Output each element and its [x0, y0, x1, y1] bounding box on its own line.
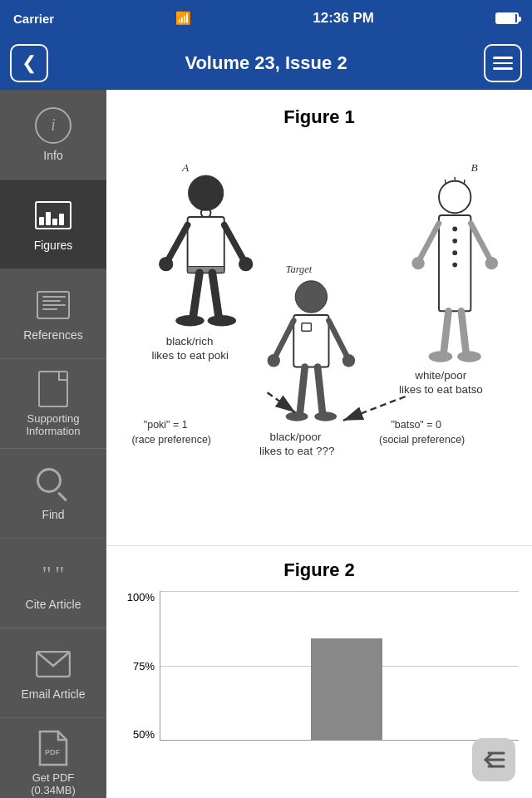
svg-text:white/poor: white/poor: [414, 369, 467, 382]
pdf-icon-wrap: PDF: [35, 730, 71, 766]
sidebar-item-find[interactable]: Find: [0, 449, 106, 539]
sidebar-label-email: Email Article: [21, 687, 85, 701]
svg-text:likes to eat ???: likes to eat ???: [259, 445, 334, 457]
sidebar-label-supporting: Supporting Information: [26, 412, 80, 437]
svg-text:PDF: PDF: [45, 748, 61, 756]
back-overlay-button[interactable]: [472, 738, 515, 781]
figures-icon: [35, 201, 71, 229]
y-label-75: 75%: [133, 660, 155, 672]
svg-line-11: [193, 273, 200, 317]
svg-line-25: [300, 367, 305, 412]
svg-text:(race preference): (race preference): [131, 434, 211, 446]
svg-point-14: [208, 315, 237, 326]
cite-icon: " ": [42, 563, 65, 586]
menu-button[interactable]: [484, 44, 522, 82]
hamburger-line-1: [493, 57, 513, 59]
svg-text:"batso" = 0: "batso" = 0: [391, 419, 441, 431]
svg-line-8: [224, 225, 244, 261]
svg-line-7: [168, 225, 188, 261]
svg-text:(social preference): (social preference): [379, 434, 465, 446]
y-label-100: 100%: [127, 591, 155, 603]
status-bar: Carrier 📶 12:36 PM: [0, 0, 532, 37]
svg-rect-5: [188, 217, 224, 273]
svg-point-48: [457, 351, 481, 362]
svg-text:A: A: [181, 161, 190, 174]
supporting-icon-wrap: [35, 371, 71, 407]
carrier-label: Carrier: [13, 12, 54, 26]
figure2-section: Figure 2 100% 75% 50%: [106, 546, 532, 771]
svg-point-18: [295, 281, 327, 313]
sidebar-item-email[interactable]: Email Article: [0, 628, 106, 718]
svg-text:likes to eat poki: likes to eat poki: [151, 349, 229, 362]
svg-text:black/poor: black/poor: [269, 431, 322, 443]
wifi-icon: 📶: [175, 11, 191, 26]
sidebar-item-references[interactable]: References: [0, 269, 106, 359]
svg-line-42: [470, 224, 490, 259]
sidebar-item-figures[interactable]: Figures: [0, 180, 106, 269]
svg-line-51: [268, 392, 296, 412]
svg-line-45: [444, 311, 449, 352]
pdf-icon: PDF: [38, 730, 68, 766]
chart-bars-container: [160, 591, 519, 741]
chart-bar-1: [311, 638, 382, 740]
find-icon-wrap: [35, 466, 71, 503]
svg-line-12: [212, 273, 219, 317]
grid-line-100: [160, 591, 519, 592]
svg-line-26: [318, 367, 323, 412]
info-icon: i: [35, 107, 71, 144]
content-area[interactable]: Figure 1 A: [106, 90, 532, 798]
svg-text:Target: Target: [286, 264, 313, 275]
supporting-icon: [38, 371, 68, 407]
sidebar: i Info Figures: [0, 90, 106, 798]
svg-point-37: [452, 227, 457, 232]
sidebar-item-cite[interactable]: " " Cite Article: [0, 539, 106, 628]
svg-text:B: B: [470, 161, 477, 174]
sidebar-label-find: Find: [42, 508, 64, 521]
battery-icon: [495, 12, 519, 24]
find-icon: [37, 468, 70, 501]
svg-point-23: [268, 354, 280, 367]
svg-line-46: [461, 311, 466, 352]
svg-point-28: [314, 411, 337, 421]
back-overlay-icon: [480, 750, 507, 770]
svg-point-38: [452, 239, 457, 244]
sidebar-label-info: Info: [43, 149, 62, 162]
references-icon-wrap: [35, 287, 71, 323]
svg-line-41: [420, 224, 439, 259]
time-label: 12:36 PM: [313, 10, 374, 27]
email-icon: [36, 651, 71, 677]
svg-point-47: [429, 351, 453, 362]
svg-point-32: [439, 181, 470, 213]
chart-y-axis: 100% 75% 50%: [120, 591, 160, 741]
figure1-svg: A: [120, 141, 519, 532]
svg-point-27: [286, 411, 308, 421]
sidebar-item-pdf[interactable]: PDF Get PDF (0.34MB): [0, 718, 106, 798]
sidebar-item-info[interactable]: i Info: [0, 90, 106, 180]
svg-point-39: [452, 250, 457, 255]
figure1-illustration: A: [120, 141, 519, 532]
sidebar-label-cite: Cite Article: [26, 598, 81, 611]
hamburger-line-3: [493, 67, 513, 70]
back-button[interactable]: ❮: [10, 44, 48, 82]
svg-point-24: [342, 354, 355, 367]
cite-icon-wrap: " ": [35, 556, 71, 593]
email-icon-wrap: [35, 646, 71, 682]
svg-point-10: [239, 257, 253, 271]
svg-point-9: [159, 257, 173, 271]
y-label-50: 50%: [133, 728, 155, 741]
figure1-section: Figure 1 A: [106, 90, 532, 546]
svg-point-44: [485, 257, 498, 269]
figures-icon-wrap: [35, 197, 71, 234]
hamburger-line-2: [493, 62, 513, 65]
svg-rect-6: [188, 267, 224, 273]
svg-line-21: [275, 321, 293, 357]
svg-point-13: [175, 315, 204, 326]
figure2-title: Figure 2: [120, 559, 519, 581]
sidebar-item-supporting[interactable]: Supporting Information: [0, 359, 106, 449]
sidebar-label-references: References: [23, 328, 83, 342]
nav-bar: ❮ Volume 23, Issue 2: [0, 37, 532, 90]
svg-text:"poki" = 1: "poki" = 1: [144, 419, 188, 431]
sidebar-label-figures: Figures: [34, 239, 73, 252]
svg-text:likes to eat batso: likes to eat batso: [399, 383, 483, 396]
info-icon-wrap: i: [35, 107, 71, 144]
